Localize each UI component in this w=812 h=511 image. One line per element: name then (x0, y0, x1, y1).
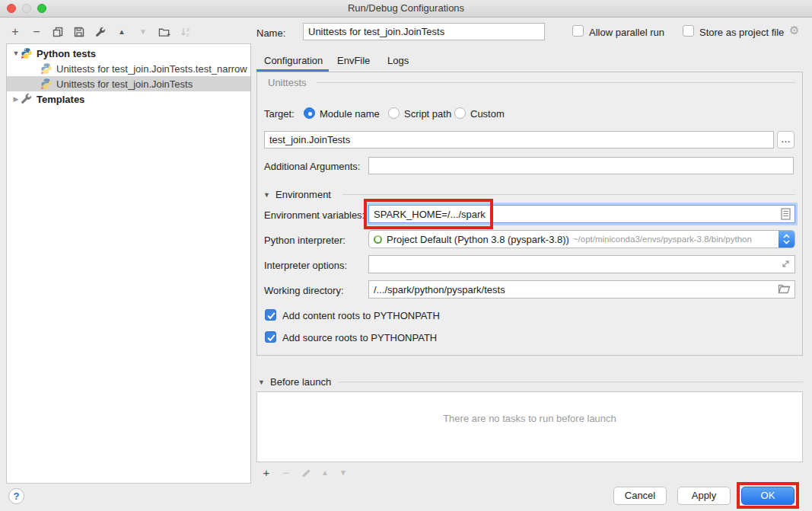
python-interpreter-value: Project Default (Python 3.8 (pyspark-3.8… (387, 234, 569, 245)
before-launch-task-list[interactable] (256, 391, 803, 462)
environment-section-label: Environment (275, 189, 331, 200)
name-label: Name: (256, 27, 285, 39)
titlebar: Run/Debug Configurations (0, 0, 812, 18)
edit-templates-icon[interactable] (94, 25, 107, 39)
cancel-button[interactable]: Cancel (613, 487, 667, 505)
zoom-window-button[interactable] (37, 4, 46, 13)
apply-button[interactable]: Apply (677, 487, 731, 505)
interpreter-options-input[interactable] (368, 255, 795, 273)
store-as-project-file-checkbox[interactable] (683, 25, 694, 37)
tree-item-python-tests[interactable]: ▼ Python tests (7, 46, 250, 61)
group-separator (317, 82, 795, 83)
tree-item-label: Unittests for test_join.JoinTests.test_n… (56, 63, 247, 75)
additional-arguments-label: Additional Arguments: (264, 161, 360, 172)
tree-item-label: Unittests for test_join.JoinTests (56, 78, 193, 90)
conda-environment-icon (374, 235, 382, 244)
templates-wrench-icon (21, 93, 33, 105)
allow-parallel-run-label: Allow parallel run (589, 27, 664, 38)
allow-parallel-run-checkbox[interactable] (572, 25, 584, 37)
combobox-stepper-icon[interactable] (779, 230, 794, 248)
edit-task-icon[interactable] (300, 467, 312, 479)
target-custom-radio[interactable] (454, 107, 466, 119)
help-button[interactable]: ? (8, 488, 24, 504)
remove-task-icon[interactable]: − (280, 466, 292, 478)
svg-text:z: z (186, 32, 189, 37)
close-window-button[interactable] (7, 4, 16, 13)
tree-item-unittests-test-narrow[interactable]: Unittests for test_join.JoinTests.test_n… (7, 61, 250, 76)
tree-item-label: Python tests (37, 48, 96, 59)
expand-field-icon[interactable] (781, 259, 791, 271)
copy-configuration-icon[interactable] (52, 25, 64, 39)
before-launch-collapse-icon[interactable]: ▼ (258, 378, 265, 386)
add-task-icon[interactable]: + (260, 466, 272, 478)
move-task-down-icon[interactable]: ▼ (337, 466, 349, 478)
tab-envfile[interactable]: EnvFile (337, 55, 370, 66)
tab-configuration[interactable]: Configuration (264, 55, 323, 66)
name-input[interactable] (303, 23, 545, 40)
move-down-icon[interactable]: ▼ (137, 25, 149, 39)
ok-button[interactable]: OK (741, 487, 794, 505)
store-as-project-file-label: Store as project file (699, 27, 784, 38)
additional-arguments-input[interactable] (368, 157, 794, 174)
tree-item-templates[interactable]: ▶ Templates (7, 91, 250, 107)
new-folder-icon[interactable] (158, 25, 170, 39)
unittests-group-label: Unittests (268, 77, 307, 88)
tree-item-unittests-jointests[interactable]: Unittests for test_join.JoinTests (7, 76, 250, 91)
edit-environment-variables-icon[interactable] (781, 208, 791, 222)
configurations-tree: ▼ Python tests Unittests for test_join.J… (6, 43, 251, 484)
move-up-icon[interactable]: ▲ (116, 25, 128, 39)
tab-logs[interactable]: Logs (387, 55, 409, 66)
working-directory-label: Working directory: (264, 285, 344, 296)
collapse-icon[interactable]: ▼ (11, 50, 21, 57)
add-content-roots-checkbox[interactable] (265, 309, 276, 321)
add-content-roots-label: Add content roots to PYTHONPATH (282, 310, 440, 321)
add-source-roots-label: Add source roots to PYTHONPATH (282, 332, 437, 343)
working-directory-input[interactable] (368, 280, 795, 299)
sort-configurations-icon[interactable]: az (180, 25, 192, 39)
configurations-toolbar: + − ▲ ▼ az (9, 24, 192, 40)
remove-configuration-icon[interactable]: − (30, 25, 43, 39)
environment-separator (342, 194, 795, 195)
move-task-up-icon[interactable]: ▲ (319, 466, 331, 478)
target-module-name-label: Module name (320, 108, 380, 120)
python-test-icon (40, 78, 53, 90)
window-title: Run/Debug Configurations (0, 0, 812, 17)
python-tests-icon (21, 47, 33, 59)
python-interpreter-path: ~/opt/miniconda3/envs/pyspark-3.8/bin/py… (573, 235, 752, 244)
module-name-input[interactable] (264, 131, 774, 149)
environment-variables-label: Environment variables: (264, 209, 365, 221)
before-launch-separator (339, 382, 803, 382)
browse-module-button[interactable]: … (777, 131, 794, 149)
svg-text:a: a (186, 27, 189, 32)
minimize-window-button[interactable] (22, 4, 31, 13)
python-interpreter-combobox[interactable]: Project Default (Python 3.8 (pyspark-3.8… (368, 230, 795, 248)
tree-item-label: Templates (37, 94, 84, 105)
target-script-path-radio[interactable] (388, 107, 400, 119)
target-custom-label: Custom (470, 108, 505, 120)
target-script-path-label: Script path (404, 108, 451, 120)
target-module-name-radio[interactable] (304, 107, 315, 119)
interpreter-options-label: Interpreter options: (264, 260, 347, 271)
python-interpreter-label: Python interpreter: (264, 235, 345, 246)
add-source-roots-checkbox[interactable] (265, 331, 276, 343)
before-launch-section-label: Before launch (270, 376, 331, 388)
store-options-gear-icon[interactable]: ⚙ (789, 24, 799, 37)
target-label: Target: (264, 108, 295, 120)
save-configuration-icon[interactable] (73, 25, 85, 39)
before-launch-empty-message: There are no tasks to run before launch (256, 413, 803, 424)
expand-icon[interactable]: ▶ (11, 95, 21, 103)
environment-collapse-icon[interactable]: ▼ (263, 191, 270, 199)
browse-folder-icon[interactable] (778, 283, 791, 296)
python-test-icon (40, 62, 53, 75)
environment-variables-input[interactable] (368, 205, 795, 223)
add-configuration-icon[interactable]: + (9, 25, 21, 39)
